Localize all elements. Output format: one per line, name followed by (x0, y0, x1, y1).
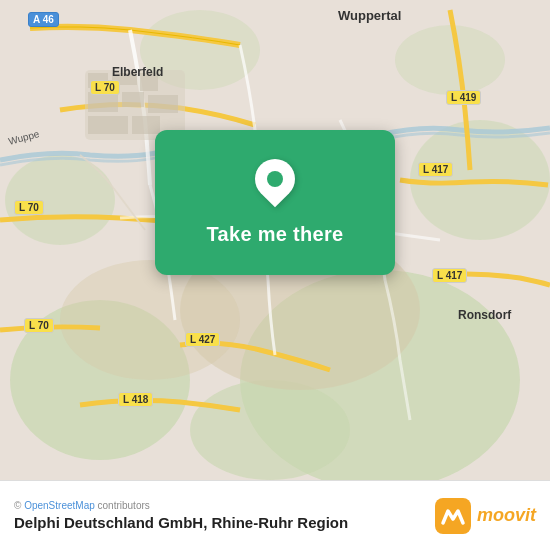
location-pin-icon (253, 159, 297, 213)
action-card: Take me there (155, 130, 395, 275)
road-label-l70c: L 70 (24, 318, 54, 333)
road-label-l70a: L 70 (90, 80, 120, 95)
svg-rect-14 (88, 92, 118, 112)
svg-rect-16 (148, 95, 178, 113)
moovit-logo: moovit (435, 498, 536, 534)
svg-rect-15 (122, 92, 144, 107)
osm-contributors: contributors (95, 500, 150, 511)
bottom-bar: © OpenStreetMap contributors Delphi Deut… (0, 480, 550, 550)
osm-attribution: © OpenStreetMap contributors (14, 500, 348, 511)
map-container: A 46 L 70 L 70 L 70 L 419 L 417 L 417 L … (0, 0, 550, 480)
moovit-text: moovit (477, 505, 536, 526)
location-name: Delphi Deutschland GmbH, Rhine-Ruhr Regi… (14, 514, 348, 531)
road-label-l419: L 419 (446, 90, 481, 105)
moovit-icon (435, 498, 471, 534)
city-label-wuppertal: Wuppertal (338, 8, 401, 23)
svg-point-7 (395, 25, 505, 95)
road-label-l427: L 427 (185, 332, 220, 347)
svg-point-9 (60, 260, 240, 380)
road-label-a46: A 46 (28, 12, 59, 27)
city-label-ronsdorf: Ronsdorf (458, 308, 511, 322)
road-label-l418: L 418 (118, 392, 153, 407)
svg-point-3 (190, 380, 350, 480)
osm-copyright: © (14, 500, 24, 511)
svg-rect-18 (132, 116, 160, 134)
svg-rect-17 (88, 116, 128, 134)
road-label-l417a: L 417 (418, 162, 453, 177)
road-label-l417b: L 417 (432, 268, 467, 283)
take-me-there-button[interactable]: Take me there (207, 223, 344, 246)
city-label-elberfeld: Elberfeld (112, 65, 163, 79)
bottom-info: © OpenStreetMap contributors Delphi Deut… (14, 500, 348, 531)
osm-link[interactable]: OpenStreetMap (24, 500, 95, 511)
road-label-l70b: L 70 (14, 200, 44, 215)
